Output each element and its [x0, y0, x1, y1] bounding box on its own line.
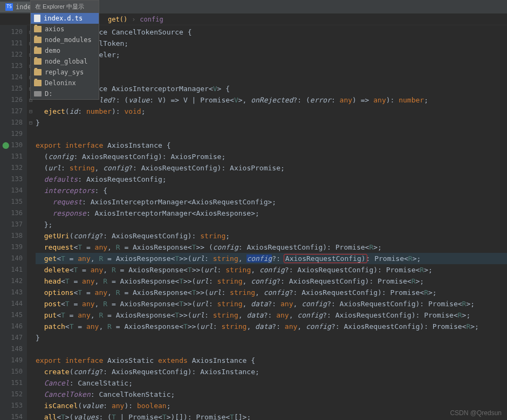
- folder-icon: [34, 37, 42, 43]
- code-line-153[interactable]: isCancel(value: any): boolean;: [36, 400, 507, 411]
- menu-title: 在 Explorer 中显示: [31, 1, 99, 13]
- code-line-130[interactable]: export interface AxiosInstance {: [36, 140, 507, 151]
- ts-file-icon: TS: [5, 3, 13, 11]
- code-line-121[interactable]: lToken;: [36, 38, 507, 49]
- code-line-134[interactable]: interceptors: {: [36, 185, 507, 196]
- code-line-142[interactable]: head<T = any, R = AxiosResponse<T>>(url:…: [36, 276, 507, 287]
- folder-icon: [34, 80, 42, 86]
- code-line-131[interactable]: (config: AxiosRequestConfig): AxiosPromi…: [36, 151, 507, 162]
- code-line-132[interactable]: (url: string, config?: AxiosRequestConfi…: [36, 162, 507, 174]
- menu-item-node-global[interactable]: node_global: [31, 56, 99, 67]
- menu-item-label: node_global: [45, 58, 87, 65]
- chevron-right-icon: ›: [132, 16, 135, 23]
- code-line-144[interactable]: post<T = any, R = AxiosResponse<T>>(url:…: [36, 298, 507, 309]
- code-line-127[interactable]: eject(id: number): void;: [36, 106, 507, 117]
- code-line-135[interactable]: request: AxiosInterceptorManager<AxiosRe…: [36, 196, 507, 208]
- watermark: CSDN @Qredsun: [450, 409, 502, 417]
- code-line-147[interactable]: }: [36, 332, 507, 343]
- code-line-149[interactable]: export interface AxiosStatic extends Axi…: [36, 355, 507, 366]
- menu-item-label: demo: [45, 47, 60, 54]
- menu-item-axios[interactable]: axios: [31, 24, 99, 35]
- menu-item-demo[interactable]: demo: [31, 45, 99, 56]
- code-line-138[interactable]: getUri(config?: AxiosRequestConfig): str…: [36, 230, 507, 242]
- breadcrumb-function[interactable]: get(): [108, 16, 127, 23]
- code-line-150[interactable]: create(config?: AxiosRequestConfig): Axi…: [36, 366, 507, 377]
- menu-item-deloninx[interactable]: Deloninx: [31, 78, 99, 88]
- fold-toggle[interactable]: ⊟: [27, 106, 35, 117]
- code-line-125[interactable]: ce AxiosInterceptorManager<V> {: [36, 83, 507, 94]
- folder-icon: [34, 47, 42, 54]
- code-line-137[interactable]: };: [36, 219, 507, 230]
- code-line-146[interactable]: patch<T = any, R = AxiosResponse<T>>(url…: [36, 321, 507, 332]
- code-line-136[interactable]: response: AxiosInterceptorManager<AxiosR…: [36, 208, 507, 219]
- file-icon: [34, 15, 40, 22]
- code-line-145[interactable]: put<T = any, R = AxiosResponse<T>>(url: …: [36, 309, 507, 321]
- folder-icon: [34, 58, 42, 65]
- reveal-in-explorer-menu: 在 Explorer 中显示 index.d.tsaxiosnode_modul…: [30, 0, 99, 100]
- menu-item-label: axios: [45, 25, 64, 33]
- code-line-139[interactable]: request<T = any, R = AxiosResponse<T>> (…: [36, 242, 507, 253]
- menu-item-label: index.d.ts: [44, 15, 83, 22]
- code-line-141[interactable]: delete<T = any, R = AxiosResponse<T>>(ur…: [36, 264, 507, 276]
- code-line-154[interactable]: all<T>(values: (T | Promise<T>)[]): Prom…: [36, 411, 507, 420]
- folder-icon: [34, 69, 42, 75]
- code-area[interactable]: ce CancelTokenSource { lToken; eler; ce …: [35, 25, 507, 420]
- menu-item-label: node_modules: [45, 36, 92, 44]
- code-line-122[interactable]: eler;: [36, 49, 507, 60]
- menu-item-d-[interactable]: D:: [31, 88, 99, 99]
- menu-item-index-d-ts[interactable]: index.d.ts: [31, 13, 99, 24]
- drive-icon: [34, 91, 42, 97]
- code-line-124[interactable]: [36, 72, 507, 83]
- menu-item-node-modules[interactable]: node_modules: [31, 35, 99, 45]
- breadcrumb-variable[interactable]: config: [140, 16, 163, 23]
- tab-label: inde: [16, 3, 31, 11]
- code-line-128[interactable]: }: [36, 117, 507, 128]
- menu-item-label: Deloninx: [45, 79, 76, 87]
- menu-item-label: replay_sys: [45, 68, 84, 76]
- code-line-143[interactable]: options<T = any, R = AxiosResponse<T>>(u…: [36, 287, 507, 298]
- code-line-129[interactable]: [36, 128, 507, 140]
- code-line-151[interactable]: Cancel: CancelStatic;: [36, 377, 507, 389]
- code-line-133[interactable]: defaults: AxiosRequestConfig;: [36, 174, 507, 185]
- fold-toggle[interactable]: ⊟: [27, 117, 35, 128]
- code-line-148[interactable]: [36, 343, 507, 355]
- code-line-120[interactable]: ce CancelTokenSource {: [36, 26, 507, 38]
- code-line-123[interactable]: [36, 60, 507, 72]
- menu-item-label: D:: [45, 90, 52, 98]
- folder-icon: [34, 26, 42, 32]
- code-line-126[interactable]: led?: (value: V) => V | Promise<V>, onRe…: [36, 94, 507, 106]
- code-line-140[interactable]: get<T = any, R = AxiosResponse<T>>(url: …: [36, 253, 507, 264]
- menu-item-replay-sys[interactable]: replay_sys: [31, 67, 99, 78]
- line-gutter: 120121122123124125126127128129⬤130131132…: [0, 25, 27, 420]
- code-line-152[interactable]: CancelToken: CancelTokenStatic;: [36, 389, 507, 400]
